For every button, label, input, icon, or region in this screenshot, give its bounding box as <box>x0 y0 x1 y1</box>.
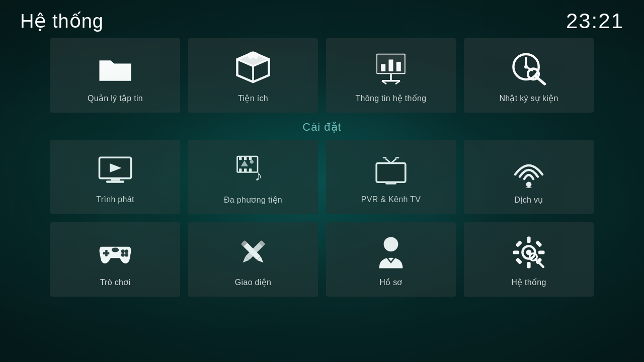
tile-label-ho-so: Hồ sơ <box>379 278 403 287</box>
svg-point-33 <box>250 160 254 163</box>
tile-tien-ich[interactable]: Tiện ích <box>188 38 318 113</box>
tv-icon <box>373 152 409 188</box>
skin-icon <box>235 234 271 270</box>
tile-quan-ly-tap-tin[interactable]: Quản lý tập tin <box>50 38 180 113</box>
tile-he-thong[interactable]: Hệ thống <box>464 222 594 297</box>
tile-da-phuong-tien[interactable]: ♪ Đa phương tiện <box>188 140 318 214</box>
tile-ho-so[interactable]: Hồ sơ <box>326 222 456 297</box>
svg-rect-23 <box>111 178 120 181</box>
media-icon: ♪ <box>235 152 271 188</box>
tile-dich-vu[interactable]: Dịch vụ <box>464 140 594 214</box>
tile-pvr-kenh-tv[interactable]: PVR & Kênh TV <box>326 140 456 214</box>
tile-label-quan-ly-tap-tin: Quản lý tập tin <box>88 94 143 103</box>
svg-rect-9 <box>396 61 401 71</box>
tile-label-da-phuong-tien: Đa phương tiện <box>224 195 282 205</box>
settings-row-1: Trình phát ♪ <box>50 140 594 214</box>
clock: 23:21 <box>566 9 624 33</box>
section-label: Cài đặt <box>50 121 594 134</box>
box-icon <box>235 50 271 86</box>
page-title: Hệ thống <box>20 10 104 32</box>
svg-rect-30 <box>244 168 247 172</box>
svg-text:♪: ♪ <box>255 167 262 183</box>
service-icon <box>511 152 547 188</box>
tile-trinh-phat[interactable]: Trình phát <box>50 140 180 214</box>
tile-giao-dien[interactable]: Giao diện <box>188 222 318 297</box>
svg-point-56 <box>384 237 398 251</box>
svg-rect-27 <box>244 156 247 160</box>
svg-rect-63 <box>515 240 522 247</box>
svg-rect-29 <box>239 168 242 172</box>
svg-rect-28 <box>249 156 252 160</box>
svg-rect-24 <box>106 180 124 183</box>
svg-point-47 <box>121 253 125 256</box>
tile-label-pvr-kenh-tv: PVR & Kênh TV <box>361 195 421 204</box>
svg-rect-40 <box>378 164 404 180</box>
svg-point-42 <box>526 182 532 187</box>
tile-label-trinh-phat: Trình phát <box>96 195 134 204</box>
svg-point-48 <box>125 253 128 256</box>
top-row: Quản lý tập tin Tiện ích <box>50 38 594 113</box>
player-icon <box>97 152 133 188</box>
svg-rect-8 <box>389 59 393 71</box>
tile-label-giao-dien: Giao diện <box>235 278 271 287</box>
svg-rect-60 <box>527 261 530 268</box>
svg-rect-59 <box>527 236 530 243</box>
tile-label-nhat-ky-su-kien: Nhật ký sự kiện <box>499 94 558 103</box>
info-chart-icon <box>373 50 409 86</box>
gamepad-icon <box>97 234 133 270</box>
svg-point-49 <box>112 247 119 252</box>
tile-label-thong-tin-he-thong: Thông tin hệ thống <box>355 94 426 103</box>
svg-rect-64 <box>535 240 542 247</box>
tile-label-dich-vu: Dịch vụ <box>515 195 543 205</box>
svg-rect-44 <box>103 252 110 254</box>
svg-rect-7 <box>381 64 385 71</box>
svg-rect-65 <box>515 257 522 264</box>
tile-tro-choi[interactable]: Trò chơi <box>50 222 180 297</box>
svg-point-46 <box>125 249 128 253</box>
svg-marker-32 <box>241 160 248 166</box>
tile-label-he-thong: Hệ thống <box>511 278 546 287</box>
tile-label-tien-ich: Tiện ích <box>238 94 268 103</box>
svg-rect-62 <box>538 250 545 254</box>
folder-icon <box>97 50 133 86</box>
clock-search-icon <box>511 50 547 86</box>
svg-rect-31 <box>249 168 252 172</box>
tile-nhat-ky-su-kien[interactable]: Nhật ký sự kiện <box>464 38 594 113</box>
tile-label-tro-choi: Trò chơi <box>100 278 131 287</box>
svg-rect-41 <box>385 182 396 185</box>
settings-row-2: Trò chơi <box>50 222 594 297</box>
svg-point-45 <box>121 249 125 253</box>
profile-icon <box>373 234 409 270</box>
system-icon <box>511 234 547 270</box>
svg-rect-61 <box>513 250 520 254</box>
tile-thong-tin-he-thong[interactable]: Thông tin hệ thống <box>326 38 456 113</box>
svg-rect-26 <box>239 156 242 160</box>
